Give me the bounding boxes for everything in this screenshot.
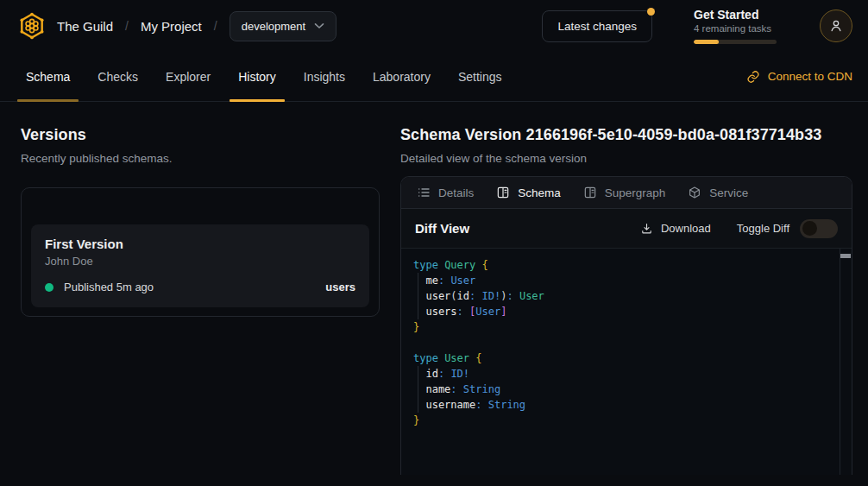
code-line: id: ID! bbox=[413, 366, 827, 382]
breadcrumb-project[interactable]: My Project bbox=[141, 19, 202, 34]
connect-to-cdn-link[interactable]: Connect to CDN bbox=[746, 52, 852, 101]
tab-label: Insights bbox=[304, 70, 345, 84]
schema-version-subtitle: Detailed view of the schema version bbox=[400, 152, 852, 165]
tab-label: Schema bbox=[518, 186, 561, 199]
tab-service[interactable]: Service bbox=[688, 186, 748, 199]
breadcrumb-separator: / bbox=[125, 19, 129, 33]
tab-laboratory[interactable]: Laboratory bbox=[364, 52, 439, 101]
user-avatar[interactable] bbox=[820, 9, 852, 42]
toggle-knob bbox=[802, 221, 817, 236]
tab-label: Checks bbox=[97, 70, 138, 84]
tab-label: Supergraph bbox=[605, 186, 666, 199]
latest-changes-button[interactable]: Latest changes bbox=[542, 10, 652, 42]
hive-logo[interactable] bbox=[16, 9, 48, 42]
tab-label: Service bbox=[709, 186, 748, 199]
toggle-diff-label: Toggle Diff bbox=[737, 222, 789, 235]
get-started-subtitle: 4 remaining tasks bbox=[694, 23, 777, 34]
target-select[interactable]: development bbox=[230, 11, 337, 41]
diff-view-title: Diff View bbox=[415, 221, 469, 236]
target-select-value: development bbox=[242, 20, 305, 33]
tab-label: Schema bbox=[26, 70, 70, 84]
published-status-dot bbox=[45, 283, 53, 292]
get-started-title: Get Started bbox=[694, 8, 777, 22]
tab-insights[interactable]: Insights bbox=[295, 52, 354, 101]
code-line: username: String bbox=[413, 397, 827, 413]
diff-view-header: Diff View Download Toggle Diff bbox=[401, 209, 852, 249]
columns-icon bbox=[583, 186, 597, 199]
code-line: } bbox=[413, 413, 827, 428]
version-name: First Version bbox=[45, 237, 355, 251]
tab-explorer[interactable]: Explorer bbox=[157, 52, 219, 101]
tab-label: Settings bbox=[458, 70, 502, 84]
tab-label: Details bbox=[438, 186, 474, 199]
versions-list-card: First Version John Doe Published 5m ago … bbox=[21, 187, 380, 317]
tab-underline bbox=[230, 99, 285, 102]
tab-label: Laboratory bbox=[373, 70, 431, 84]
tab-label: Explorer bbox=[166, 70, 211, 84]
code-line: user(id: ID!): User bbox=[413, 288, 827, 304]
schema-detail-card: Details Schema Supergr bbox=[400, 176, 852, 475]
code-line: type User { bbox=[413, 350, 827, 366]
tab-checks[interactable]: Checks bbox=[89, 52, 147, 101]
scrollbar-thumb[interactable] bbox=[840, 254, 851, 258]
schema-version-title: Schema Version 2166196f-5e10-4059-bd0a-0… bbox=[400, 126, 852, 144]
tab-supergraph[interactable]: Supergraph bbox=[583, 186, 666, 199]
code-line: name: String bbox=[413, 382, 827, 397]
indent-guide bbox=[418, 273, 418, 319]
version-status-row: Published 5m ago users bbox=[45, 281, 355, 293]
detail-tabs: Details Schema Supergr bbox=[401, 177, 852, 209]
top-header: The Guild / My Project / development Lat… bbox=[0, 0, 868, 52]
get-started-widget[interactable]: Get Started 4 remaining tasks bbox=[694, 8, 777, 44]
hive-logo-icon bbox=[17, 11, 47, 41]
link-icon bbox=[746, 70, 760, 84]
indent-guide bbox=[418, 366, 418, 413]
chevron-down-icon bbox=[314, 22, 324, 29]
download-icon bbox=[640, 222, 653, 235]
tab-settings[interactable]: Settings bbox=[450, 52, 511, 101]
version-author: John Doe bbox=[45, 255, 355, 268]
tab-underline bbox=[17, 99, 79, 102]
version-service-badge: users bbox=[325, 281, 355, 293]
download-button[interactable]: Download bbox=[640, 222, 711, 235]
tab-schema[interactable]: Schema bbox=[17, 52, 79, 101]
schema-version-panel: Schema Version 2166196f-5e10-4059-bd0a-0… bbox=[400, 102, 868, 475]
code-line bbox=[413, 335, 827, 350]
code-line: me: User bbox=[413, 273, 827, 288]
notification-dot bbox=[647, 8, 655, 16]
get-started-progressbar bbox=[694, 40, 777, 44]
get-started-progress-fill bbox=[694, 40, 719, 44]
tab-label: History bbox=[238, 70, 276, 84]
tab-details[interactable]: Details bbox=[417, 186, 474, 199]
cube-icon bbox=[688, 186, 701, 199]
breadcrumb: The Guild / My Project / development bbox=[57, 11, 337, 41]
scrollbar-track bbox=[840, 249, 840, 475]
schema-code-viewer[interactable]: type Query { me: User user(id: ID!): Use… bbox=[401, 249, 852, 475]
connect-to-cdn-label: Connect to CDN bbox=[768, 70, 852, 83]
project-nav: Schema Checks Explorer History Insights … bbox=[0, 52, 868, 102]
columns-icon bbox=[496, 186, 510, 199]
latest-changes-label: Latest changes bbox=[557, 20, 637, 33]
download-label: Download bbox=[661, 222, 711, 235]
breadcrumb-org[interactable]: The Guild bbox=[57, 19, 113, 34]
person-icon bbox=[828, 18, 844, 34]
tab-schema-view[interactable]: Schema bbox=[496, 186, 561, 199]
version-status: Published 5m ago bbox=[64, 281, 154, 293]
list-icon bbox=[417, 186, 431, 199]
version-list-item[interactable]: First Version John Doe Published 5m ago … bbox=[31, 224, 369, 307]
code-line: users: [User] bbox=[413, 304, 827, 319]
code-line: } bbox=[413, 319, 827, 335]
code-line: type Query { bbox=[413, 257, 827, 273]
versions-subtitle: Recently published schemas. bbox=[21, 152, 380, 165]
main-content: Versions Recently published schemas. Fir… bbox=[0, 102, 868, 475]
versions-panel: Versions Recently published schemas. Fir… bbox=[0, 102, 400, 317]
diff-toggle-switch[interactable] bbox=[800, 219, 838, 238]
tab-history[interactable]: History bbox=[230, 52, 285, 101]
versions-title: Versions bbox=[21, 126, 380, 144]
breadcrumb-separator: / bbox=[214, 19, 217, 33]
